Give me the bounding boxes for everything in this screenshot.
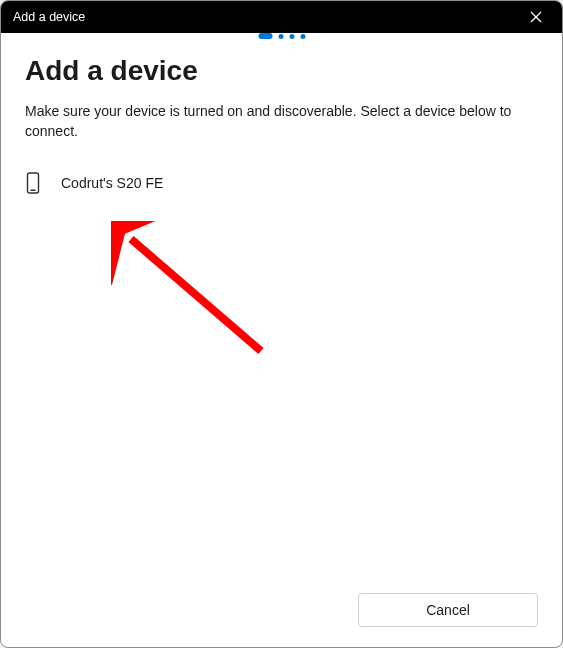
cancel-button[interactable]: Cancel — [358, 593, 538, 627]
close-button[interactable] — [514, 1, 558, 33]
instruction-text: Make sure your device is turned on and d… — [25, 101, 538, 142]
dialog-footer: Cancel — [25, 593, 538, 631]
phone-icon — [25, 172, 41, 194]
close-icon — [530, 11, 542, 23]
device-item[interactable]: Codrut's S20 FE — [25, 166, 538, 200]
device-list: Codrut's S20 FE — [25, 166, 538, 593]
dialog-content: Add a device Make sure your device is tu… — [1, 33, 562, 647]
titlebar: Add a device — [1, 1, 562, 33]
device-name-label: Codrut's S20 FE — [61, 175, 163, 191]
titlebar-title: Add a device — [13, 10, 85, 24]
add-device-dialog: Add a device Add a device Make sure your… — [0, 0, 563, 648]
page-title: Add a device — [25, 55, 538, 87]
